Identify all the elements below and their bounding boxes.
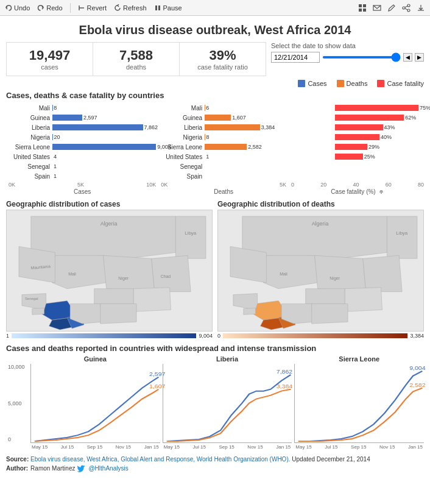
svg-text:Libya: Libya bbox=[396, 230, 408, 236]
deaths-bar-row: Liberia 3,384 bbox=[161, 123, 286, 132]
cases-bar-label: Senegal bbox=[9, 163, 52, 170]
cf-bar-value: 40% bbox=[381, 134, 392, 140]
cases-bar-row: Senegal 1 bbox=[9, 162, 156, 171]
date-selector-label: Select the date to show data bbox=[271, 42, 424, 49]
cases-bar-label: Guinea bbox=[9, 115, 52, 121]
deaths-bar-value: 6 bbox=[206, 105, 209, 111]
ts-sierraleone-svg: 9,004 2,582 bbox=[295, 364, 424, 442]
cases-bar-value: 8 bbox=[54, 105, 57, 111]
cases-bar-row: Nigeria 20 bbox=[9, 133, 156, 141]
deaths-bar-row: Mali 6 bbox=[161, 104, 286, 112]
deaths-map-title: Geographic distribution of deaths bbox=[217, 200, 424, 208]
svg-text:7,862: 7,862 bbox=[276, 369, 292, 375]
share-icon[interactable] bbox=[402, 4, 411, 12]
timeseries-charts: Guinea 2,597 1,607 10,000 5,000 0 bbox=[6, 355, 424, 450]
cases-bar-label: Spain bbox=[9, 173, 52, 180]
footer-author: Author: Ramon Martinez @HlthAnalysis bbox=[6, 464, 424, 473]
svg-text:2,582: 2,582 bbox=[409, 382, 425, 388]
download-icon[interactable] bbox=[417, 4, 425, 12]
deaths-map-panel: Geographic distribution of deaths bbox=[217, 200, 424, 339]
cases-bar-track: 8 bbox=[52, 105, 156, 111]
cases-legend-bar bbox=[12, 333, 196, 338]
cases-bar-track: 2,597 bbox=[52, 115, 156, 121]
toolbar: Undo Redo Revert Refresh Pause bbox=[0, 0, 430, 16]
refresh-button[interactable]: Refresh bbox=[114, 4, 147, 12]
ts-sierraleone-title: Sierra Leone bbox=[294, 355, 424, 363]
deaths-bar-track bbox=[205, 163, 286, 169]
sierraleone-x-labels: May 15Jul 15Sep 15Nov 15Jan 15 bbox=[294, 444, 424, 450]
cf-bars: Mali 75% Guinea 62% Liberia 43% Nigeria … bbox=[291, 104, 424, 180]
deaths-bars: Mali 6 Guinea 1,607 Liberia 3,384 Nigeri… bbox=[161, 104, 286, 180]
cf-bar-fill bbox=[335, 105, 418, 111]
deaths-axis: 0K5K bbox=[161, 182, 286, 188]
cases-bar-value: 4 bbox=[54, 154, 57, 160]
cf-bar-track bbox=[335, 163, 424, 169]
deaths-bar-label: Senegal bbox=[161, 163, 205, 170]
deaths-bar-track: 1 bbox=[205, 154, 286, 160]
deaths-bar-value: 2,582 bbox=[248, 144, 262, 150]
date-prev-button[interactable]: ◀ bbox=[403, 53, 412, 62]
svg-rect-3 bbox=[363, 4, 366, 7]
cf-bar-row: Spain bbox=[291, 172, 424, 180]
cf-bar-fill bbox=[335, 144, 367, 150]
deaths-axis-title: Deaths bbox=[161, 188, 286, 195]
cf-bar-value: 43% bbox=[384, 124, 395, 130]
redo-button[interactable]: Redo bbox=[37, 4, 62, 12]
cf-bar-value: 62% bbox=[405, 115, 416, 121]
cases-bar-value: 9,004 bbox=[157, 144, 171, 150]
deaths-legend-bar bbox=[223, 333, 407, 338]
cf-bar-track: 62% bbox=[335, 115, 424, 121]
cf-bar-row: Nigeria 40% bbox=[291, 133, 424, 141]
stat-cfr: 39% case fatality ratio bbox=[180, 43, 266, 76]
deaths-bar-track bbox=[205, 173, 286, 179]
cf-bar-row: Mali 75% bbox=[291, 104, 424, 112]
cases-bar-value: 20 bbox=[54, 134, 60, 140]
deaths-bar-row: United States 1 bbox=[161, 152, 286, 161]
cases-bar-row: Mali 8 bbox=[9, 104, 156, 112]
cases-bar-value: 7,862 bbox=[144, 124, 158, 130]
svg-text:Mali: Mali bbox=[280, 272, 287, 276]
grid-icon[interactable] bbox=[358, 4, 367, 12]
mail-icon[interactable] bbox=[373, 4, 381, 12]
deaths-chart: Mali 6 Guinea 1,607 Liberia 3,384 Nigeri… bbox=[158, 102, 286, 195]
date-next-button[interactable]: ▶ bbox=[415, 53, 424, 62]
legend-deaths: Deaths bbox=[337, 80, 368, 87]
svg-text:Niger: Niger bbox=[330, 276, 340, 281]
cases-map: Algeria Libya Mauritania Mali Niger Chad… bbox=[6, 210, 213, 332]
date-input[interactable] bbox=[271, 52, 320, 63]
deaths-bar-row: Senegal bbox=[161, 162, 286, 171]
cases-bar-fill bbox=[52, 144, 156, 150]
footer-source-link[interactable]: Ebola virus disease, West Africa, Global… bbox=[30, 456, 290, 463]
cases-bar-track: 1 bbox=[52, 173, 156, 179]
deaths-bar-track: 6 bbox=[205, 105, 286, 111]
deaths-bar-track: 3,384 bbox=[205, 124, 286, 130]
svg-text:Algeria: Algeria bbox=[312, 221, 329, 227]
svg-text:9,004: 9,004 bbox=[409, 365, 426, 371]
ts-guinea-title: Guinea bbox=[30, 355, 160, 363]
footer-twitter-link[interactable]: @HlthAnalysis bbox=[88, 464, 128, 473]
deaths-map: Algeria Libya Mali Niger bbox=[217, 210, 424, 332]
deaths-bar-label: United States bbox=[161, 154, 205, 160]
timeseries-title: Cases and deaths reported in countries w… bbox=[6, 344, 424, 353]
svg-text:3,384: 3,384 bbox=[276, 383, 292, 389]
cf-bar-fill bbox=[335, 124, 382, 130]
svg-point-9 bbox=[407, 9, 410, 12]
svg-rect-1 bbox=[158, 5, 160, 10]
svg-text:Senegal: Senegal bbox=[25, 297, 38, 300]
svg-rect-0 bbox=[155, 5, 157, 10]
deaths-bar-label: Guinea bbox=[161, 115, 205, 121]
cases-bar-track: 7,862 bbox=[52, 124, 156, 130]
deaths-bar-row: Guinea 1,607 bbox=[161, 113, 286, 122]
undo-button[interactable]: Undo bbox=[5, 4, 30, 12]
svg-rect-2 bbox=[359, 4, 362, 7]
cf-bar-track: 25% bbox=[335, 154, 424, 160]
pause-button[interactable]: Pause bbox=[154, 4, 182, 12]
deaths-bar-value: 3,384 bbox=[261, 124, 275, 130]
sort-icon[interactable] bbox=[378, 189, 384, 195]
date-slider[interactable] bbox=[322, 56, 401, 59]
revert-button[interactable]: Revert bbox=[78, 4, 107, 12]
legend-cases: Cases bbox=[298, 80, 326, 87]
cases-bar-value: 1 bbox=[54, 163, 57, 169]
cases-bar-row: Guinea 2,597 bbox=[9, 113, 156, 122]
edit-icon[interactable] bbox=[387, 4, 396, 12]
